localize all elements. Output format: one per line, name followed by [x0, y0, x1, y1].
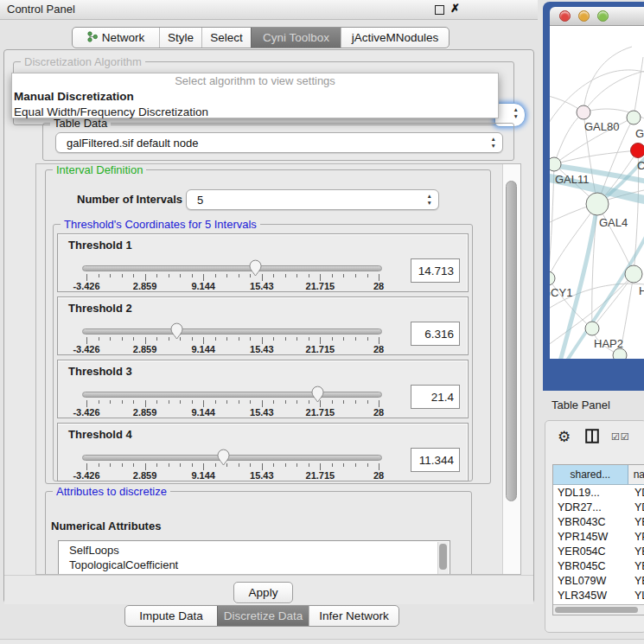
number-of-intervals-combobox[interactable]: 5 ▲▼ — [186, 189, 439, 210]
slider-thumb[interactable] — [216, 448, 231, 466]
network-node[interactable] — [631, 143, 644, 158]
attributes-list-scrollbar[interactable] — [437, 542, 449, 575]
interval-definition-group: Interval Definition Number of Intervals … — [45, 169, 491, 484]
tick-mark — [215, 400, 216, 404]
float-panel-icon[interactable] — [435, 5, 444, 15]
numerical-attribute-item[interactable]: TopologicalCoefficient — [59, 558, 450, 573]
tick-mark — [203, 274, 204, 281]
table-cell[interactable]: YLR345W — [553, 588, 629, 603]
network-node[interactable] — [550, 157, 561, 171]
table-row[interactable]: YBR043CYBR0 — [553, 514, 644, 529]
network-node[interactable] — [627, 111, 641, 124]
table-row[interactable]: YLR345WYLR3 — [553, 588, 644, 603]
table-cell[interactable]: YBL0 — [629, 573, 644, 588]
tick-mark — [215, 274, 216, 277]
network-node[interactable] — [586, 193, 609, 215]
tab-jactivemnodules[interactable]: jActiveMNodules — [341, 28, 449, 48]
tick-mark — [145, 337, 146, 344]
table-data-combobox[interactable]: galFiltered.sif default node ▲▼ — [55, 132, 503, 153]
algorithm-option[interactable]: Equal Width/Frequency Discretization — [12, 104, 498, 119]
table-cell[interactable]: YER0 — [629, 544, 644, 558]
slider-thumb[interactable] — [169, 322, 184, 340]
tick-label: -3.426 — [65, 344, 108, 354]
threshold-slider-track[interactable] — [82, 455, 382, 461]
table-cell[interactable]: YLR3 — [629, 588, 644, 603]
threshold-slider-track[interactable] — [82, 265, 382, 271]
tick-mark — [355, 463, 356, 467]
table-row[interactable]: YDL19...YDL1 — [553, 485, 644, 500]
network-node[interactable] — [550, 271, 555, 285]
tab-infer-network[interactable]: Infer Network — [309, 606, 399, 626]
table-cell[interactable]: YPR145W — [553, 529, 629, 544]
column-layout-icon[interactable] — [585, 429, 599, 446]
tick-mark — [343, 274, 344, 277]
threshold-value-field[interactable]: 14.713 — [411, 258, 460, 283]
tick-mark — [133, 274, 134, 277]
panel-vertical-scrollbar[interactable] — [502, 164, 521, 574]
network-node[interactable] — [585, 322, 599, 335]
select-columns-icon[interactable]: ☑☑ — [611, 431, 630, 443]
table-scrollbar-thumb[interactable] — [555, 607, 638, 613]
gear-icon[interactable]: ⚙ — [558, 428, 571, 446]
table-body: YDL19...YDL1YDR27...YDR2YBR043CYBR0YPR14… — [553, 485, 644, 607]
tick-mark — [273, 463, 274, 467]
slider-thumb[interactable] — [248, 258, 263, 277]
table-horizontal-scrollbar[interactable] — [553, 604, 644, 615]
table-row[interactable]: YPR145WYPR1 — [553, 529, 644, 544]
network-canvas[interactable]: GAL80G.CGAL11GAL4GCY1HHAP2 — [550, 26, 644, 359]
table-row[interactable]: YER054CYER0 — [553, 544, 644, 558]
minimize-traffic-light[interactable] — [578, 10, 590, 22]
table-cell[interactable]: YBR0 — [629, 558, 644, 573]
tab-select[interactable]: Select — [201, 28, 251, 48]
tick-mark — [239, 337, 239, 341]
table-row[interactable]: YBL079WYBL0 — [553, 573, 644, 588]
column-header[interactable]: shared... — [553, 465, 628, 484]
table-cell[interactable]: YER054C — [553, 544, 629, 558]
tick-mark — [110, 400, 111, 404]
algorithm-option[interactable]: Manual Discretization — [12, 88, 498, 104]
numerical-attribute-item[interactable]: SelfLoops — [59, 544, 450, 558]
network-node[interactable] — [577, 105, 590, 119]
zoom-traffic-light[interactable] — [597, 10, 609, 22]
table-cell[interactable]: YPR1 — [629, 529, 644, 544]
tick-mark — [239, 463, 239, 467]
numerical-attributes-list[interactable]: SelfLoopsTopologicalCoefficientBetweenne… — [58, 540, 450, 575]
table-row[interactable]: YBR045CYBR0 — [553, 558, 644, 573]
tick-mark — [215, 337, 216, 341]
table-cell[interactable]: YBR0 — [629, 514, 644, 529]
table-cell[interactable]: YDR27... — [553, 500, 629, 514]
apply-button[interactable]: Apply — [233, 582, 293, 603]
table-cell[interactable]: YDL1 — [629, 485, 644, 500]
table-cell[interactable]: YBR043C — [553, 514, 629, 529]
threshold-slider-track[interactable] — [82, 328, 382, 335]
table-row[interactable]: YDR27...YDR2 — [553, 500, 644, 514]
tick-mark — [355, 274, 356, 277]
table-cell[interactable]: YDR2 — [629, 500, 644, 514]
tab-discretize-data[interactable]: Discretize Data — [217, 606, 309, 626]
algorithm-placeholder-option[interactable]: Select algorithm to view settings — [12, 73, 498, 88]
table-cell[interactable]: YBR045C — [553, 558, 629, 573]
close-traffic-light[interactable] — [559, 10, 571, 22]
threshold-slider-track[interactable] — [82, 392, 382, 398]
node-label: G. — [635, 127, 644, 140]
column-header[interactable]: na — [628, 465, 644, 484]
panel-scrollbar-thumb[interactable] — [506, 181, 517, 501]
threshold-coordinates-title: Threshold's Coordinates for 5 Intervals — [61, 218, 260, 231]
tab-network[interactable]: Network — [73, 28, 159, 48]
threshold-value-field[interactable]: 21.4 — [411, 385, 460, 409]
close-panel-icon[interactable]: ✗ — [450, 2, 460, 15]
tick-mark — [320, 463, 321, 470]
threshold-value-field[interactable]: 6.316 — [411, 322, 460, 346]
tick-mark — [343, 463, 344, 467]
tab-impute-data[interactable]: Impute Data — [125, 606, 217, 626]
table-cell[interactable]: YDL19... — [553, 485, 629, 500]
table-cell[interactable]: YBL079W — [553, 573, 629, 588]
network-node[interactable] — [613, 348, 627, 359]
network-node[interactable] — [625, 265, 642, 283]
threshold-value-field[interactable]: 11.344 — [411, 448, 460, 472]
tab-cyni-toolbox[interactable]: Cyni Toolbox — [251, 28, 341, 48]
tab-style[interactable]: Style — [159, 28, 201, 48]
attributes-to-discretize-group: Attributes to discretize Numerical Attri… — [45, 491, 472, 575]
slider-thumb[interactable] — [310, 385, 325, 403]
attributes-scrollbar-thumb[interactable] — [439, 544, 447, 570]
